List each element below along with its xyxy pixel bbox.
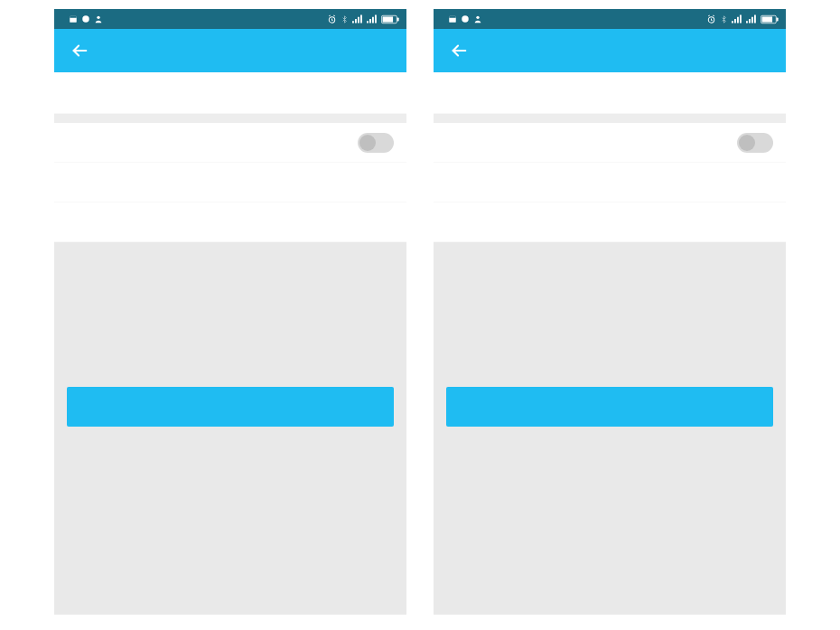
svg-rect-9 [367,21,369,23]
svg-rect-30 [762,16,773,22]
next-button[interactable] [67,387,394,427]
back-button[interactable] [63,29,96,72]
permanent-toggle[interactable] [358,133,394,153]
svg-rect-12 [375,15,377,24]
svg-rect-1 [70,16,77,18]
svg-rect-15 [397,17,399,21]
toggle-knob [739,135,755,151]
svg-rect-25 [746,21,748,23]
form-rows [54,72,406,242]
svg-rect-5 [352,21,354,23]
calendar-icon [69,14,78,24]
arrow-left-icon [449,41,469,61]
back-button[interactable] [443,29,475,72]
name-row[interactable] [434,72,786,114]
svg-rect-26 [749,19,751,24]
bluetooth-icon [720,14,728,24]
alarm-icon [327,14,337,24]
section-gap [434,114,786,123]
permanent-row [54,123,406,163]
svg-point-19 [476,16,479,19]
svg-rect-10 [369,19,371,24]
status-right [706,14,779,24]
ok-button[interactable] [446,387,773,427]
status-bar [434,9,786,29]
section-gap [54,114,406,123]
status-left [61,14,103,24]
name-input[interactable] [198,86,394,100]
start-time-row[interactable] [434,163,786,202]
app-header [54,29,406,72]
svg-rect-7 [358,17,359,24]
status-right [327,14,399,24]
svg-rect-11 [372,17,374,24]
name-row[interactable] [54,72,406,114]
chat-icon [461,14,470,24]
svg-rect-27 [751,17,753,24]
toggle-knob [359,135,376,151]
svg-rect-28 [754,15,756,24]
svg-rect-6 [355,19,357,24]
svg-point-18 [462,15,469,23]
spacer [67,242,394,387]
calendar-icon [448,14,457,24]
phone-screen-2 [434,9,786,615]
spacer [446,242,773,387]
name-input[interactable] [577,86,773,100]
arrow-left-icon [70,41,89,61]
start-time-row[interactable] [54,163,406,202]
svg-rect-24 [740,15,742,24]
alarm-icon [706,14,716,24]
svg-rect-31 [777,17,779,21]
permanent-toggle[interactable] [737,133,773,153]
svg-point-2 [82,15,89,23]
body-area [434,242,786,615]
signal-2-icon [746,14,757,24]
svg-rect-21 [732,21,733,23]
form-rows [434,72,786,242]
status-bar [54,9,406,29]
svg-rect-22 [734,19,736,24]
chat-icon [81,14,90,24]
person-icon [473,14,482,24]
end-time-row[interactable] [434,202,786,242]
app-header [434,29,786,72]
svg-rect-23 [737,17,739,24]
body-area [54,242,406,615]
end-time-row[interactable] [54,202,406,242]
person-icon [94,14,103,24]
phone-screen-1 [54,9,406,615]
battery-icon [381,14,399,24]
svg-rect-17 [449,16,456,18]
svg-rect-14 [383,16,394,22]
signal-2-icon [367,14,378,24]
signal-1-icon [732,14,742,24]
svg-point-3 [97,16,99,19]
bluetooth-icon [341,14,349,24]
signal-1-icon [352,14,363,24]
battery-icon [761,14,779,24]
svg-rect-8 [360,15,362,24]
permanent-row [434,123,786,163]
status-left [441,14,482,24]
